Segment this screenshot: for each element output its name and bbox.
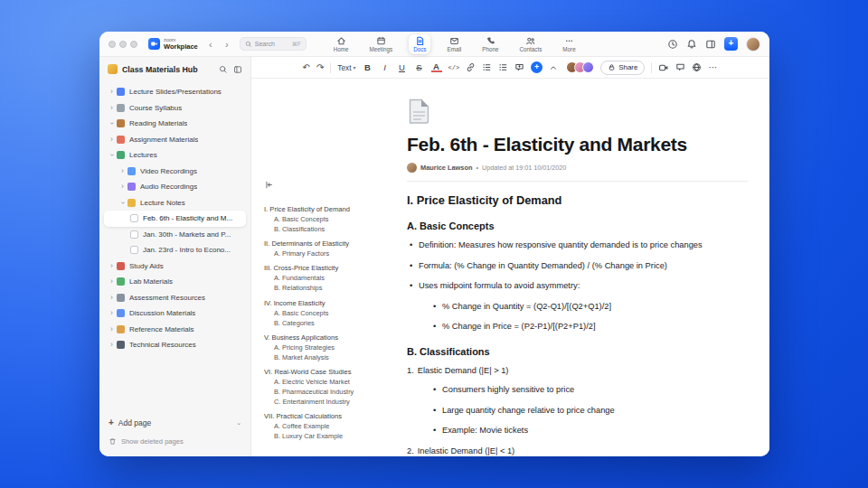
chevron-right-icon[interactable]: › xyxy=(108,309,116,317)
outline-item[interactable]: VII. Practical Calculations xyxy=(264,411,398,421)
undo-button[interactable]: ↶ xyxy=(303,62,310,72)
redo-button[interactable]: ↷ xyxy=(316,62,324,72)
sidebar-item-feb-6th-note[interactable]: Feb. 6th - Elasticity and M... xyxy=(104,211,246,227)
tab-docs[interactable]: Docs xyxy=(409,33,430,53)
numbered-item[interactable]: 1.Elastic Demand (|E| > 1) xyxy=(407,366,748,375)
bullet-item[interactable]: % Change in Price = (P2-P1)/[(P2+P1)/2] xyxy=(430,322,748,333)
sidebar-item-video-recordings[interactable]: ›Video Recordings xyxy=(104,164,246,180)
tab-meetings[interactable]: Meetings xyxy=(365,33,398,53)
outline-item[interactable]: B. Relationships xyxy=(264,283,398,293)
outline-item[interactable]: A. Fundamentals xyxy=(264,273,398,283)
bullet-item[interactable]: Example: Movie tickets xyxy=(430,426,748,436)
show-deleted-pages-button[interactable]: Show deleted pages xyxy=(108,437,241,446)
heading-basic-concepts[interactable]: A. Basic Concepts xyxy=(407,221,748,231)
collapse-toolbar-button[interactable] xyxy=(549,63,558,72)
chevron-down-icon[interactable]: › xyxy=(118,199,127,207)
outline-item[interactable]: A. Pricing Strategies xyxy=(264,343,398,352)
bullet-item[interactable]: % Change in Quantity = (Q2-Q1)/[(Q2+Q1)/… xyxy=(430,302,748,313)
outline-item[interactable]: B. Classifications xyxy=(264,224,398,234)
outline-item[interactable]: A. Electric Vehicle Market xyxy=(264,377,398,387)
doc-title[interactable]: Feb. 6th - Elasticity and Markets xyxy=(407,134,748,155)
outline-item[interactable]: VI. Real-World Case Studies xyxy=(264,367,398,377)
forward-button[interactable]: › xyxy=(222,39,232,50)
chevron-down-icon[interactable]: ⌄ xyxy=(236,419,241,427)
sidebar-search-icon[interactable] xyxy=(219,65,228,74)
outline-item[interactable]: B. Categories xyxy=(264,318,398,328)
close-button[interactable] xyxy=(108,41,116,48)
language-button[interactable] xyxy=(692,62,702,72)
tab-more[interactable]: More xyxy=(558,33,580,53)
outline-item[interactable]: B. Luxury Car Example xyxy=(264,431,398,441)
share-button[interactable]: Share xyxy=(600,61,645,75)
outline-item[interactable]: I. Price Elasticity of Demand xyxy=(264,204,398,214)
sidebar-item-audio-recordings[interactable]: ›Audio Recordings xyxy=(104,179,246,195)
chat-button[interactable] xyxy=(675,62,685,72)
notifications-button[interactable] xyxy=(686,39,697,50)
chevron-right-icon[interactable]: › xyxy=(108,262,116,270)
italic-button[interactable]: I xyxy=(380,62,391,72)
outline-item[interactable]: B. Market Analysis xyxy=(264,352,398,362)
chevron-down-icon[interactable]: › xyxy=(108,151,116,159)
chevron-right-icon[interactable]: › xyxy=(118,167,127,175)
chevron-right-icon[interactable]: › xyxy=(108,341,116,349)
chevron-right-icon[interactable]: › xyxy=(108,136,116,144)
collapse-sidebar-icon[interactable] xyxy=(233,65,242,74)
outline-item[interactable]: V. Business Applications xyxy=(264,333,398,343)
sidebar-item-discussion-materials[interactable]: ›Discussion Materials xyxy=(104,305,246,322)
sidebar-item-lecture-notes[interactable]: ›Lecture Notes xyxy=(104,195,246,211)
tab-contacts[interactable]: Contacts xyxy=(514,33,546,53)
strikethrough-button[interactable]: S xyxy=(414,62,425,72)
new-item-button[interactable]: + xyxy=(724,37,738,51)
sidebar-item-lectures[interactable]: ›Lectures xyxy=(104,147,246,164)
sidebar-item-technical-resources[interactable]: ›Technical Resources xyxy=(104,337,246,353)
chevron-right-icon[interactable]: › xyxy=(108,277,116,286)
search-input[interactable]: Search ⌘F xyxy=(240,37,307,51)
bullet-item[interactable]: Definition: Measures how responsive quan… xyxy=(407,240,748,251)
sidebar-item-reading-materials[interactable]: ›Reading Materials xyxy=(104,116,246,132)
sidebar-item-course-syllabus[interactable]: ›Course Syllabus xyxy=(104,100,246,117)
comment-button[interactable] xyxy=(514,62,524,72)
bullet-item[interactable]: Large quantity change relative to price … xyxy=(430,406,748,417)
chevron-right-icon[interactable]: › xyxy=(118,183,127,191)
maximize-button[interactable] xyxy=(130,41,137,48)
bullet-item[interactable]: Formula: (% Change in Quantity Demanded)… xyxy=(407,261,748,272)
outline-item[interactable]: A. Primary Factors xyxy=(264,249,398,258)
outline-item[interactable]: C. Entertainment Industry xyxy=(264,397,398,407)
profile-avatar[interactable] xyxy=(746,37,760,52)
sidebar-item-assessment-resources[interactable]: ›Assessment Resources xyxy=(104,290,246,306)
history-button[interactable] xyxy=(667,39,678,50)
sidebar-item-reference-materials[interactable]: ›Reference Materials xyxy=(104,322,246,338)
add-page-button[interactable]: + Add page ⌄ xyxy=(108,415,241,431)
more-options-button[interactable]: ⋯ xyxy=(708,62,718,72)
outline-item[interactable]: B. Pharmaceutical Industry xyxy=(264,387,398,397)
link-button[interactable] xyxy=(466,62,476,72)
back-button[interactable]: ‹ xyxy=(205,39,216,50)
minimize-button[interactable] xyxy=(119,41,127,48)
bullet-item[interactable]: Uses midpoint formula to avoid asymmetry… xyxy=(407,281,748,292)
sidebar-item-jan-23rd-note[interactable]: Jan. 23rd - Intro to Econo... xyxy=(104,242,246,258)
outline-item[interactable]: II. Determinants of Elasticity xyxy=(264,239,398,249)
heading-price-elasticity[interactable]: I. Price Elasticity of Demand xyxy=(407,193,748,207)
numbered-list-button[interactable] xyxy=(498,62,508,72)
text-color-button[interactable]: A xyxy=(431,62,442,72)
outline-item[interactable]: III. Cross-Price Elasticity xyxy=(264,263,398,273)
tab-phone[interactable]: Phone xyxy=(477,33,503,53)
chevron-right-icon[interactable]: › xyxy=(108,104,116,112)
collaborator-avatar[interactable] xyxy=(582,61,594,73)
chevron-right-icon[interactable]: › xyxy=(108,325,116,333)
sidebar-item-assignment-materials[interactable]: ›Assignment Materials xyxy=(104,132,246,148)
underline-button[interactable]: U xyxy=(397,62,408,72)
insert-block-button[interactable]: + xyxy=(531,61,542,73)
collapse-outline-button[interactable] xyxy=(264,180,274,190)
bullet-item[interactable]: Consumers highly sensitive to price xyxy=(430,385,748,396)
side-panel-toggle[interactable] xyxy=(705,39,716,50)
tab-home[interactable]: Home xyxy=(329,33,354,53)
sidebar-item-jan-30th-note[interactable]: Jan. 30th - Markets and P... xyxy=(104,227,246,243)
sidebar-item-study-aids[interactable]: ›Study Aids xyxy=(104,258,246,275)
text-style-dropdown[interactable]: Text▾ xyxy=(337,63,355,72)
chevron-down-icon[interactable]: › xyxy=(108,119,116,127)
start-video-button[interactable] xyxy=(658,62,669,73)
outline-item[interactable]: A. Coffee Example xyxy=(264,421,398,431)
chevron-right-icon[interactable]: › xyxy=(108,88,116,96)
bullet-list-button[interactable] xyxy=(482,62,492,72)
